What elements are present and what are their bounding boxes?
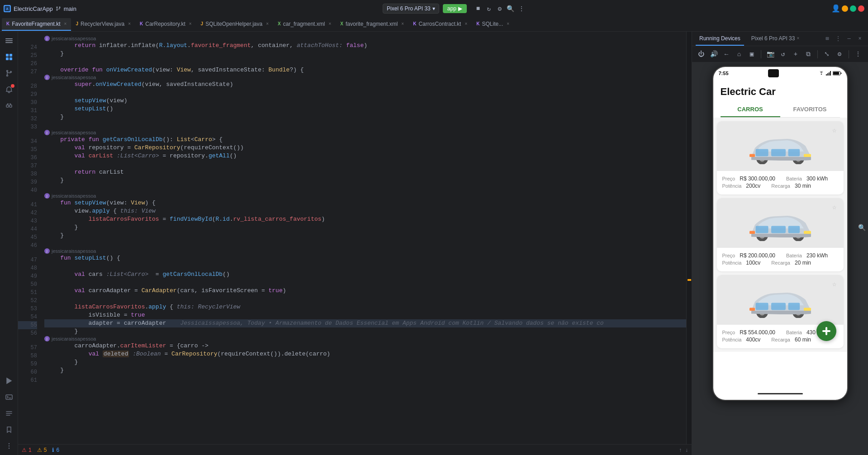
panel-minimize-icon[interactable]: — bbox=[844, 34, 854, 43]
tab-car-fragment-xml[interactable]: X car_fragment.xml × bbox=[273, 18, 336, 31]
panel-tab-running-devices[interactable]: Running Devices bbox=[696, 32, 744, 46]
terminal-icon[interactable] bbox=[2, 390, 16, 404]
car-info-row-4: Potência 100cv Recarga 20 min bbox=[722, 260, 838, 266]
screenshot-icon[interactable]: 📷 bbox=[765, 49, 776, 60]
app-tab-carros[interactable]: CARROS bbox=[721, 102, 780, 117]
panel-close-icon[interactable]: × bbox=[855, 34, 864, 43]
home-icon[interactable]: ⌂ bbox=[734, 49, 745, 60]
svg-rect-25 bbox=[840, 73, 841, 74]
close-button[interactable] bbox=[858, 5, 864, 12]
tab-close-icon[interactable]: × bbox=[465, 21, 467, 26]
more-vertical-icon[interactable] bbox=[2, 439, 16, 453]
run-button[interactable]: app ▶ bbox=[443, 4, 467, 13]
search-icon[interactable]: 🔍 bbox=[507, 5, 515, 13]
stop-icon[interactable]: ■ bbox=[474, 5, 482, 13]
code-line-24: return inflater.inflate(R.layout.favorit… bbox=[44, 42, 686, 50]
car-card-3[interactable]: ☆ Preço R$ 554.000,00 bbox=[717, 275, 844, 348]
maximize-button[interactable] bbox=[850, 5, 856, 12]
panel-grid-icon[interactable]: ⊞ bbox=[823, 34, 832, 43]
phone-mockup: 7:55 Electric Car CARROS bbox=[712, 66, 848, 401]
tab-close-icon[interactable]: × bbox=[507, 21, 509, 26]
car-preco-value-2: R$ 200.000,00 bbox=[740, 252, 775, 259]
plugin-icon[interactable] bbox=[2, 99, 16, 113]
tab-close-icon[interactable]: × bbox=[266, 21, 269, 26]
avatar-icon[interactable]: 👤 bbox=[832, 5, 840, 13]
app-header: Electric Car CARROS FAVORITOS bbox=[713, 80, 847, 118]
svg-rect-51 bbox=[804, 308, 811, 311]
notification-icon[interactable] bbox=[2, 82, 16, 97]
more2-icon[interactable]: ⋮ bbox=[853, 49, 863, 60]
tab-close-icon[interactable]: × bbox=[328, 21, 331, 26]
author-annotation-57: j jessicaraissapessoa bbox=[44, 336, 686, 342]
hamburger-menu-icon[interactable] bbox=[2, 33, 16, 48]
panel-tab-close-icon[interactable]: × bbox=[797, 36, 799, 41]
car-card-2[interactable]: ☆ Preço R$ 200.000,00 bbox=[717, 198, 844, 271]
svg-rect-4 bbox=[5, 43, 13, 43]
code-line-52 bbox=[44, 295, 686, 303]
tab-close-icon[interactable]: × bbox=[128, 21, 131, 26]
code-content[interactable]: j jessicaraissapessoa return inflater.in… bbox=[41, 32, 686, 444]
svg-rect-30 bbox=[755, 149, 768, 156]
wifi-icon bbox=[818, 71, 825, 76]
code-line-56: } bbox=[44, 327, 686, 336]
code-line-50 bbox=[44, 279, 686, 287]
tab-sqlite2[interactable]: K SQLite... × bbox=[472, 18, 514, 31]
fab-add-button[interactable] bbox=[816, 321, 836, 341]
panel-tab-pixel6[interactable]: Pixel 6 Pro API 33 × bbox=[748, 32, 803, 46]
code-line-31: setupList() bbox=[44, 105, 686, 113]
tab-close-icon[interactable]: × bbox=[189, 21, 192, 26]
back-icon[interactable]: ← bbox=[721, 49, 732, 60]
tab-carroscontract-kt[interactable]: K CarrosContract.kt × bbox=[408, 18, 472, 31]
code-editor[interactable]: 24 25 26 27 28 29 30 31 32 33 34 35 36 3… bbox=[18, 32, 692, 444]
favorite-star-1[interactable]: ☆ bbox=[829, 125, 840, 136]
tab-sqliteopenhelper-java[interactable]: J SQLiteOpenHelper.java × bbox=[196, 18, 273, 31]
app-content: Electric Car CARROS FAVORITOS bbox=[713, 80, 847, 387]
favorite-star-2[interactable]: ☆ bbox=[829, 202, 840, 213]
more-icon[interactable]: ⋮ bbox=[517, 5, 526, 13]
settings2-icon[interactable]: ⚙ bbox=[834, 49, 845, 60]
settings-icon[interactable]: ⚙ bbox=[496, 5, 504, 13]
carros-label: CARROS bbox=[737, 106, 763, 113]
arrow-up-icon[interactable]: ↑ bbox=[679, 447, 682, 453]
rotate-left-icon[interactable]: ↺ bbox=[778, 49, 788, 60]
play-icon: ▶ bbox=[458, 5, 462, 12]
device-selector[interactable]: Pixel 6 Pro API 33 ▾ bbox=[383, 4, 439, 14]
code-line-49: val cars :List<Carro> = getCarsOnlLocalD… bbox=[44, 270, 686, 279]
tab-carrepository-kt[interactable]: K CarRepository.kt × bbox=[135, 18, 196, 31]
toolbar-separator-1 bbox=[761, 50, 761, 58]
resize-icon[interactable]: ⤡ bbox=[821, 49, 832, 60]
run-debug-icon[interactable] bbox=[2, 374, 16, 388]
arrow-down-icon[interactable]: ↓ bbox=[685, 447, 688, 453]
code-line-43: listaCarrosFavoritos = findViewById(R.id… bbox=[44, 215, 686, 223]
svg-rect-6 bbox=[9, 54, 12, 57]
svg-rect-15 bbox=[6, 395, 12, 399]
tab-favorite-fragment-kt[interactable]: K FavoriteFragment.kt × bbox=[2, 18, 71, 31]
svg-point-18 bbox=[8, 448, 9, 449]
branch-icon bbox=[56, 6, 61, 11]
overview-icon[interactable]: ▣ bbox=[746, 49, 757, 60]
power-icon[interactable]: ⏻ bbox=[696, 49, 707, 60]
tab-close-icon[interactable]: × bbox=[64, 21, 67, 26]
git-icon[interactable] bbox=[2, 66, 16, 81]
fold-icon[interactable]: ⧉ bbox=[803, 49, 814, 60]
project-icon[interactable] bbox=[2, 50, 16, 64]
tab-recyclerview-java[interactable]: J RecyclerView.java × bbox=[71, 18, 135, 31]
code-line-37 bbox=[44, 160, 686, 168]
warning-marker bbox=[688, 279, 691, 281]
favorite-star-3[interactable]: ☆ bbox=[829, 279, 840, 289]
car-card-image-3: ☆ bbox=[717, 275, 844, 325]
car-card-1[interactable]: ☆ Preço R$ 300.000,00 bbox=[717, 121, 844, 194]
editor-scrollbar[interactable] bbox=[686, 32, 692, 444]
zoom-in-icon[interactable]: + bbox=[790, 49, 801, 60]
tab-favorite-fragment-xml[interactable]: X favorite_fragment.xml × bbox=[336, 18, 408, 31]
panel-side-zoom-icon[interactable]: 🔍 bbox=[857, 223, 866, 232]
logcat-icon[interactable] bbox=[2, 406, 16, 421]
bookmark-icon[interactable] bbox=[2, 422, 16, 437]
sync-icon[interactable]: ↻ bbox=[485, 5, 493, 13]
tab-close-icon[interactable]: × bbox=[401, 21, 404, 26]
volume-icon[interactable]: 🔊 bbox=[708, 49, 719, 60]
svg-rect-54 bbox=[822, 330, 830, 332]
app-tab-favoritos[interactable]: FAVORITOS bbox=[780, 102, 840, 117]
minimize-button[interactable] bbox=[842, 5, 848, 12]
panel-more-icon[interactable]: ⋮ bbox=[834, 34, 843, 43]
